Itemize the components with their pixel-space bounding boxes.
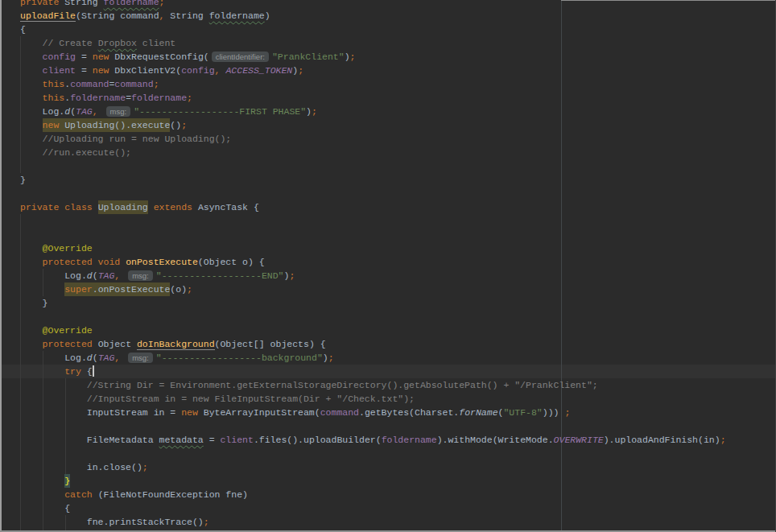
code-line[interactable] — [0, 310, 776, 324]
code-token: //run.execute(); — [20, 146, 131, 159]
code-line[interactable]: in.close(); — [0, 460, 776, 474]
code-line[interactable] — [0, 214, 776, 228]
code-token: this — [43, 91, 65, 105]
code-line[interactable]: } — [0, 173, 776, 187]
code-token: this — [43, 77, 65, 91]
code-token: ; — [564, 406, 570, 419]
code-line[interactable]: private class Uploading extends AsyncTas… — [0, 200, 776, 214]
code-line[interactable]: fne.printStackTrace(); — [0, 515, 776, 529]
code-token: .onPostExecute — [93, 282, 171, 296]
code-token: ) — [323, 351, 328, 365]
window-left-border — [0, 0, 2, 532]
code-line[interactable]: config = new DbxRequestConfig(clientIden… — [0, 50, 776, 64]
code-line[interactable]: } — [0, 474, 776, 488]
code-token: InputStream in = — [20, 406, 181, 419]
code-token: AsyncTask { — [198, 200, 259, 214]
code-token: Uploading().execute — [64, 118, 170, 132]
code-token: ; — [289, 269, 295, 282]
code-token: ) — [345, 50, 350, 64]
code-token: ; — [328, 351, 334, 365]
code-token: { — [20, 501, 70, 515]
code-token: client — [43, 64, 76, 77]
code-line[interactable]: @Override — [0, 324, 776, 337]
code-line[interactable]: FileMetadata metadata = client.files().u… — [0, 433, 776, 447]
code-token: new — [93, 64, 115, 77]
code-token: ) — [292, 64, 298, 77]
code-line[interactable]: protected void onPostExecute(Object o) { — [0, 255, 776, 269]
code-token: ACCESS_TOKEN — [225, 64, 292, 77]
code-line[interactable]: { — [0, 501, 776, 515]
code-line[interactable]: InputStream in = new ByteArrayInputStrea… — [0, 406, 776, 419]
code-token: } — [20, 173, 26, 187]
code-token: ( — [93, 351, 98, 365]
code-token: ; — [187, 282, 192, 296]
code-token: ; — [720, 433, 726, 447]
code-token: @Override — [20, 241, 93, 255]
code-line[interactable]: this.foldername=foldername; — [0, 91, 776, 105]
code-line[interactable]: //run.execute(); — [0, 146, 776, 159]
code-token: forName — [459, 406, 497, 419]
code-line[interactable]: uploadFile(String command, String folder… — [0, 9, 776, 23]
code-token: foldername — [131, 91, 187, 105]
code-line[interactable]: Log.d(TAG, msg:"------------------END"); — [0, 269, 776, 282]
code-token: .getBytes(Charset. — [359, 406, 459, 419]
code-token: = — [76, 64, 93, 77]
code-token: //Uploading run = new Uploading(); — [20, 132, 231, 146]
code-line[interactable] — [0, 419, 776, 433]
code-token: TAG — [98, 269, 115, 282]
code-token: command — [114, 77, 153, 91]
code-token: config — [43, 50, 76, 64]
code-line[interactable]: // Create Dropbox client — [0, 36, 776, 50]
code-token: d — [64, 105, 70, 118]
code-line[interactable] — [0, 447, 776, 460]
code-line[interactable]: client = new DbxClientV2(config, ACCESS_… — [0, 64, 776, 77]
code-line[interactable] — [0, 228, 776, 241]
code-token: // Create — [20, 36, 98, 50]
code-area[interactable]: private String foldername;uploadFile(Str… — [0, 0, 776, 529]
code-token: foldername — [209, 9, 265, 23]
code-token: } — [20, 296, 48, 310]
code-editor[interactable]: private String foldername;uploadFile(Str… — [0, 0, 776, 532]
code-token: client — [137, 36, 175, 50]
code-token: = — [204, 433, 221, 447]
inlay-hint-chip: clientIdentifier: — [212, 52, 269, 62]
code-token: { — [87, 365, 93, 378]
code-token — [120, 269, 126, 282]
code-token: //String Dir = Environment.getExternalSt… — [20, 378, 598, 392]
code-line[interactable]: this.command=command; — [0, 77, 776, 91]
code-line[interactable]: { — [0, 23, 776, 36]
code-line[interactable]: private String foldername; — [0, 0, 776, 9]
code-line[interactable]: //InputStream in = new FileInputStream(D… — [0, 392, 776, 406]
code-line[interactable]: super.onPostExecute(o); — [0, 282, 776, 296]
code-line[interactable]: Log.d(TAG, msg:"------------------FIRST … — [0, 105, 776, 118]
code-token: d — [87, 269, 93, 282]
code-token: "------------------background" — [156, 351, 323, 365]
code-token: new — [181, 406, 204, 419]
code-token: ( — [498, 406, 504, 419]
inlay-hint-chip: msg: — [106, 106, 131, 117]
code-token: String — [64, 0, 103, 9]
code-token: ))) — [543, 406, 565, 419]
code-token: FileMetadata — [20, 433, 159, 447]
code-token — [20, 282, 64, 296]
code-line[interactable]: new Uploading().execute(); — [0, 118, 776, 132]
code-line[interactable]: try { — [0, 365, 776, 378]
code-token: "------------------END" — [156, 269, 284, 282]
code-token: () — [170, 118, 181, 132]
code-line[interactable]: catch (FileNotFoundException fne) — [0, 488, 776, 501]
code-line[interactable] — [0, 159, 776, 173]
code-token: .files().uploadBuilder( — [254, 433, 382, 447]
code-line[interactable]: protected Object doInBackground(Object[]… — [0, 337, 776, 351]
code-token: ) — [265, 9, 270, 23]
code-token: (FileNotFoundException fne) — [98, 488, 248, 501]
code-line[interactable]: //Uploading run = new Uploading(); — [0, 132, 776, 146]
window-top-border — [561, 0, 776, 1]
code-line[interactable]: //String Dir = Environment.getExternalSt… — [0, 378, 776, 392]
code-line[interactable]: @Override — [0, 241, 776, 255]
code-line[interactable] — [0, 187, 776, 200]
code-line[interactable]: } — [0, 296, 776, 310]
code-token: d — [87, 351, 93, 365]
code-token: super — [64, 282, 93, 296]
code-token: onPostExecute — [126, 255, 198, 269]
code-line[interactable]: Log.d(TAG, msg:"------------------backgr… — [0, 351, 776, 365]
